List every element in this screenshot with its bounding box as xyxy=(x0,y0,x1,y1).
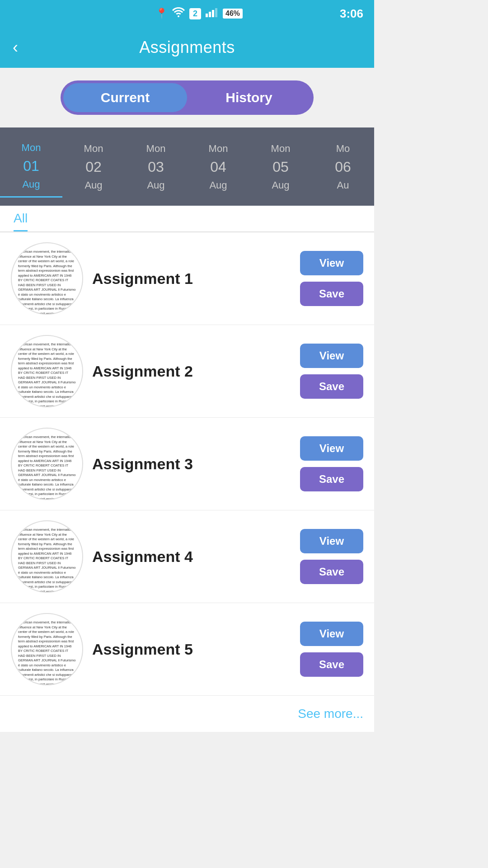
day-num: 05 xyxy=(272,156,289,178)
assignment-title: Assignment 2 xyxy=(92,363,291,380)
day-num: 06 xyxy=(335,156,351,178)
month: Aug xyxy=(209,178,227,193)
back-button[interactable]: ‹ xyxy=(13,39,18,56)
thumbnail-text: American movement, the international inf… xyxy=(12,614,82,684)
day-name: Mon xyxy=(22,140,41,155)
view-button[interactable]: View xyxy=(300,529,363,553)
assignment-item-4: American movement, the international inf… xyxy=(0,510,374,603)
day-name: Mon xyxy=(146,141,166,156)
save-button[interactable]: Save xyxy=(300,560,363,584)
assignment-title: Assignment 5 xyxy=(92,641,291,658)
svg-rect-3 xyxy=(215,8,217,17)
svg-rect-0 xyxy=(206,14,208,17)
assignment-thumbnail: American movement, the international inf… xyxy=(11,520,83,593)
filter-all-tab[interactable]: All xyxy=(14,211,28,231)
assignment-list: American movement, the international inf… xyxy=(0,232,374,696)
assignment-item-2: American movement, the international inf… xyxy=(0,325,374,418)
thumbnail-text: American movement, the international inf… xyxy=(12,429,82,499)
current-toggle[interactable]: Current xyxy=(63,83,187,112)
assignment-actions: View Save xyxy=(300,622,363,677)
clock: 3:06 xyxy=(340,7,363,21)
day-name: Mo xyxy=(336,141,350,156)
top-nav: ‹ Assignments xyxy=(0,27,374,68)
assignment-actions: View Save xyxy=(300,251,363,306)
date-picker: Mon 01 Aug Mon 02 Aug Mon 03 Aug Mon 04 … xyxy=(0,127,374,206)
view-button[interactable]: View xyxy=(300,344,363,368)
assignment-actions: View Save xyxy=(300,529,363,584)
wifi-icon xyxy=(172,7,185,20)
month: Aug xyxy=(147,178,164,193)
assignment-item-1: American movement, the international inf… xyxy=(0,232,374,325)
month: Au xyxy=(337,178,349,193)
date-item-1[interactable]: Mon 02 Aug xyxy=(62,136,125,198)
view-button[interactable]: View xyxy=(300,436,363,461)
date-item-5[interactable]: Mo 06 Au xyxy=(312,136,374,198)
assignment-item-5: American movement, the international inf… xyxy=(0,603,374,696)
month: Aug xyxy=(22,177,40,192)
day-name: Mon xyxy=(271,141,291,156)
history-toggle[interactable]: History xyxy=(187,83,311,112)
assignment-actions: View Save xyxy=(300,436,363,491)
save-button[interactable]: Save xyxy=(300,282,363,306)
svg-rect-1 xyxy=(209,12,211,17)
month: Aug xyxy=(84,178,102,193)
status-bar: 📍 2 46% 3:06 xyxy=(0,0,374,27)
date-item-0[interactable]: Mon 01 Aug xyxy=(0,136,62,198)
save-button[interactable]: Save xyxy=(300,467,363,491)
assignment-item-3: American movement, the international inf… xyxy=(0,418,374,510)
filter-tabs: All xyxy=(0,206,374,232)
assignment-title: Assignment 1 xyxy=(92,270,291,288)
toggle-container: Current History xyxy=(61,80,314,115)
month: Aug xyxy=(272,178,289,193)
assignment-thumbnail: American movement, the international inf… xyxy=(11,242,83,315)
assignment-title: Assignment 4 xyxy=(92,548,291,566)
day-num: 03 xyxy=(148,156,164,178)
date-item-4[interactable]: Mon 05 Aug xyxy=(249,136,312,198)
assignment-actions: View Save xyxy=(300,344,363,399)
day-name: Mon xyxy=(209,141,228,156)
save-button[interactable]: Save xyxy=(300,652,363,677)
battery-indicator: 46% xyxy=(223,9,243,19)
day-num: 01 xyxy=(23,155,39,177)
assignment-thumbnail: American movement, the international inf… xyxy=(11,613,83,685)
date-item-2[interactable]: Mon 03 Aug xyxy=(125,136,187,198)
location-icon: 📍 xyxy=(155,8,168,19)
day-num: 04 xyxy=(210,156,226,178)
thumbnail-text: American movement, the international inf… xyxy=(12,243,82,314)
signal-icon xyxy=(206,7,218,20)
day-num: 02 xyxy=(85,156,102,178)
see-more-link[interactable]: See more... xyxy=(298,707,363,721)
date-item-3[interactable]: Mon 04 Aug xyxy=(187,136,249,198)
thumbnail-text: American movement, the international inf… xyxy=(12,336,82,406)
day-name: Mon xyxy=(84,141,103,156)
assignment-title: Assignment 3 xyxy=(92,455,291,473)
page-title: Assignments xyxy=(139,38,235,57)
svg-rect-2 xyxy=(212,10,214,17)
save-button[interactable]: Save xyxy=(300,374,363,399)
thumbnail-text: American movement, the international inf… xyxy=(12,521,82,592)
toggle-section: Current History xyxy=(0,68,374,127)
assignment-thumbnail: American movement, the international inf… xyxy=(11,428,83,500)
view-button[interactable]: View xyxy=(300,251,363,275)
view-button[interactable]: View xyxy=(300,622,363,646)
see-more-row: See more... xyxy=(0,696,374,732)
notification-badge: 2 xyxy=(189,8,201,19)
assignment-thumbnail: American movement, the international inf… xyxy=(11,335,83,407)
